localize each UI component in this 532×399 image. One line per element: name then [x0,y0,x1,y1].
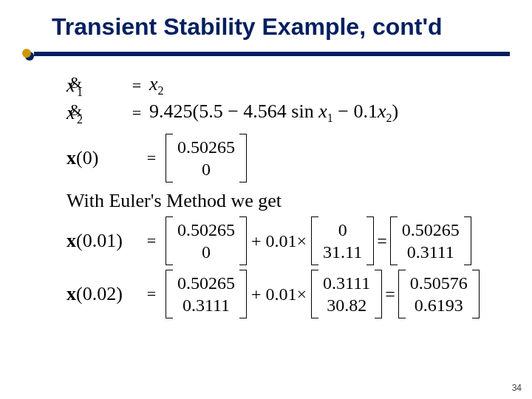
var-x: x [318,100,327,122]
cell: 0.3111 [177,294,235,316]
num: 9.425 [149,100,193,122]
paren-0: (0) [76,147,98,168]
equals: = [375,231,389,251]
mid: − 0.1 [333,100,378,122]
cell: 0 [177,241,235,263]
paren-open: (5.5 − 4.564 sin [193,100,319,122]
equals: = [139,284,164,304]
rule-line [34,52,510,56]
cell: 0 [323,219,362,241]
matrix: 0.50265 0.3111 [390,216,471,265]
x0-row: x(0) = 0.50265 0 [66,134,502,183]
paren-t: (0.01) [76,230,123,251]
vec-x: x [66,230,76,251]
step-0p02: x(0.02) = 0.50265 0.3111 + 0.01× 0.3111 … [66,270,502,318]
page-title: Transient Stability Example, cont'd [52,13,517,41]
cell: 0.50265 [177,136,235,158]
page-number: 34 [512,383,522,393]
matrix: 0.50576 0.6193 [398,270,480,318]
cell: 30.82 [323,294,370,316]
cell: 0 [177,158,235,180]
paren-t: (0.02) [76,283,123,304]
plus-op: + 0.01× [248,284,310,304]
cell: 0.50265 [177,272,235,294]
vec-x: x [66,283,76,304]
cell: 31.11 [323,241,362,263]
matrix: 0.50265 0 [166,216,247,265]
matrix: 0 31.11 [311,216,374,265]
cell: 0.6193 [410,294,468,316]
equals: = [139,231,164,250]
equals: = [139,149,164,168]
equals: = [383,284,397,304]
cell: 0.50265 [402,219,460,241]
matrix-x0: 0.50265 0 [166,134,247,183]
eq-xdot1: x & 1 = x2 [66,73,502,98]
sub-1: 1 [327,112,333,124]
sub-1: 1 [77,86,83,99]
equals: = [124,103,149,123]
title-rule [22,49,510,58]
equals: = [124,76,149,95]
slide-body: x & 1 = x2 x & 2 = 9.425(5.5 − 4.564 [66,70,502,321]
matrix: 0.3111 30.82 [311,270,382,318]
step-0p01: x(0.01) = 0.50265 0 + 0.01× 0 31.11 [66,216,502,265]
bullet-dot-icon [22,49,31,58]
plus-op: + 0.01× [248,231,310,251]
paren-close: ) [392,100,398,122]
var-x2: x [149,73,158,95]
cell: 0.50576 [410,272,468,294]
sub-2: 2 [77,113,83,126]
sub-2: 2 [158,84,164,97]
cell: 0.3111 [323,272,370,294]
var-x2: x [378,100,386,122]
eq-xdot2: x & 2 = 9.425(5.5 − 4.564 sin x1 − 0.1x2… [66,100,502,125]
cell: 0.3111 [402,241,460,263]
rhs2: 9.425(5.5 − 4.564 sin x1 − 0.1x2) [149,100,398,125]
slide: Transient Stability Example, cont'd x & … [0,0,532,399]
matrix: 0.50265 0.3111 [166,270,247,318]
vec-x: x [66,147,76,168]
cell: 0.50265 [177,219,235,241]
method-note: With Euler's Method we get [66,190,502,212]
